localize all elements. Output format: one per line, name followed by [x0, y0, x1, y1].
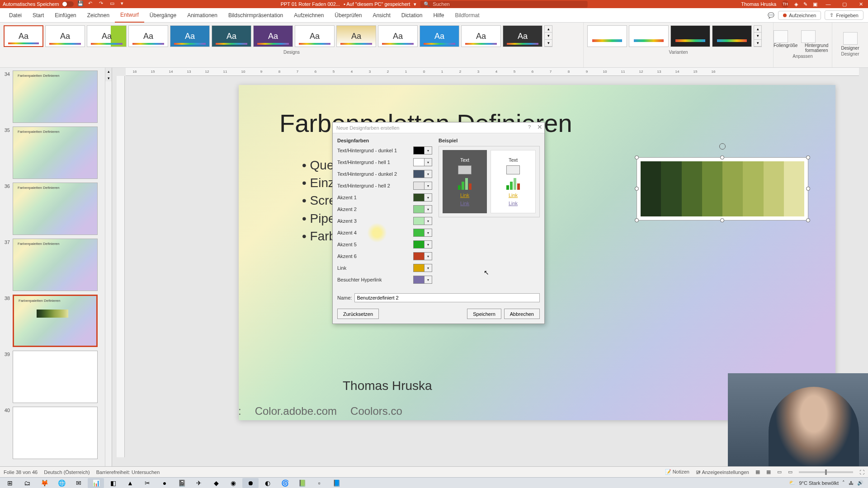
accessibility-indicator[interactable]: Barrierefreiheit: Untersuchen	[96, 469, 160, 475]
recording-icon[interactable]: ⏺	[242, 478, 259, 488]
thumbnail-image[interactable]: Farbenpaletten Definieren	[13, 70, 98, 123]
thumbnail-item[interactable]: 40	[2, 407, 110, 459]
display-settings-button[interactable]: 🖳 Anzeigeeinstellungen	[696, 469, 749, 475]
tab-bildschirmpraesentation[interactable]: Bildschirmpräsentation	[223, 8, 288, 23]
tab-uebergaenge[interactable]: Übergänge	[144, 8, 182, 23]
excel-icon[interactable]: 📗	[294, 478, 310, 488]
obs-icon[interactable]: ◉	[225, 478, 241, 488]
scroll-up-icon[interactable]: ▴	[105, 68, 112, 75]
resize-handle[interactable]	[720, 218, 724, 222]
thumbnail-item[interactable]: 37Farbenpaletten Definieren	[2, 239, 110, 291]
color-picker-button[interactable]: ▾	[413, 240, 432, 249]
telegram-icon[interactable]: ✈	[191, 478, 207, 488]
color-picker-button[interactable]: ▾	[413, 264, 432, 272]
thumbnail-item[interactable]: 39	[2, 351, 110, 403]
thumbnail-item[interactable]: 35Farbenpaletten Definieren	[2, 127, 110, 179]
tab-zeichnen[interactable]: Zeichnen	[82, 8, 115, 23]
tab-ueberpruefen[interactable]: Überprüfen	[329, 8, 367, 23]
format-background-icon[interactable]	[801, 30, 816, 43]
powerpoint-icon[interactable]: 📊	[88, 478, 104, 488]
firefox-icon[interactable]: 🦊	[36, 478, 52, 488]
app-icon[interactable]: ◐	[259, 478, 276, 488]
gallery-more-button[interactable]: ▴▾▾	[544, 25, 552, 47]
scroll-down-icon[interactable]: ▾	[105, 75, 112, 81]
theme-thumb[interactable]: Aa	[295, 25, 335, 47]
theme-thumb[interactable]: Aa	[170, 25, 210, 47]
window-icon[interactable]: ▣	[813, 1, 817, 7]
record-button[interactable]: Aufzeichnen	[778, 11, 821, 20]
user-name[interactable]: Thomas Hruska	[741, 1, 776, 7]
variant-thumb[interactable]	[712, 25, 752, 47]
color-picker-button[interactable]: ▾	[413, 170, 432, 178]
name-input[interactable]	[354, 293, 540, 302]
slide-websites[interactable]: Webseiten: Color.adobe.com Coolors.co	[239, 402, 405, 420]
save-icon[interactable]: 💾	[77, 0, 85, 8]
search-input[interactable]: 🔍 Suchen	[420, 1, 587, 8]
tab-entwurf[interactable]: Entwurf	[115, 8, 144, 23]
theme-thumb[interactable]: Aa	[378, 25, 418, 47]
variant-thumb[interactable]	[587, 25, 627, 47]
resize-handle[interactable]	[635, 187, 639, 191]
tab-bildformat[interactable]: Bildformat	[449, 8, 485, 23]
fit-to-window-icon[interactable]: ⛶	[859, 469, 864, 475]
resize-handle[interactable]	[635, 218, 639, 222]
thumbnail-image[interactable]: Farbenpaletten Definieren	[13, 295, 98, 347]
onenote-icon[interactable]: 📓	[174, 478, 190, 488]
tray-chevron-icon[interactable]: ˄	[842, 480, 845, 486]
autosave-toggle[interactable]: Automatisches Speichern	[3, 1, 74, 7]
pen-icon[interactable]: ✎	[803, 1, 807, 7]
theme-thumb[interactable]: Aa	[87, 25, 127, 47]
slide-author[interactable]: Thomas Hruska	[343, 379, 432, 393]
theme-thumb[interactable]: Aa	[420, 25, 459, 47]
explorer-icon[interactable]: 🗂	[19, 478, 35, 488]
diamond-icon[interactable]: ◈	[794, 1, 798, 7]
tab-dictation[interactable]: Dictation	[396, 8, 428, 23]
resize-handle[interactable]	[806, 155, 810, 160]
thumbnail-scrollbar[interactable]: ▴ ▾	[105, 68, 112, 466]
designer-icon[interactable]	[843, 32, 858, 45]
color-picker-button[interactable]: ▾	[413, 182, 432, 190]
toggle-switch[interactable]	[62, 1, 74, 7]
notes-button[interactable]: 📝 Notizen	[665, 469, 689, 475]
thumbnail-item[interactable]: 34Farbenpaletten Definieren	[2, 70, 110, 123]
resize-handle[interactable]	[806, 218, 810, 222]
rotate-handle[interactable]	[719, 143, 726, 150]
theme-thumb[interactable]: Aa	[4, 25, 43, 47]
slide-indicator[interactable]: Folie 38 von 46	[4, 469, 38, 475]
color-picker-button[interactable]: ▾	[413, 205, 432, 213]
tab-ansicht[interactable]: Ansicht	[367, 8, 396, 23]
cancel-button[interactable]: Abbrechen	[504, 309, 540, 319]
app-icon[interactable]: ▫	[311, 478, 327, 488]
outlook-icon[interactable]: ✉	[71, 478, 87, 488]
save-button[interactable]: Speichern	[467, 309, 501, 319]
reading-view-icon[interactable]: ▭	[777, 469, 782, 475]
tab-start[interactable]: Start	[27, 8, 49, 23]
tab-aufzeichnen[interactable]: Aufzeichnen	[288, 8, 329, 23]
app-icon[interactable]: ◧	[105, 478, 121, 488]
slideshow-view-icon[interactable]: ▭	[788, 469, 793, 475]
app-icon[interactable]: ◆	[208, 478, 224, 488]
app-icon[interactable]: ●	[156, 478, 173, 488]
start-from-beginning-icon[interactable]: ▭	[110, 0, 117, 8]
variant-thumb[interactable]	[670, 25, 710, 47]
undo-icon[interactable]: ↶	[88, 0, 95, 8]
theme-thumb[interactable]: Aa	[212, 25, 251, 47]
slide-size-icon[interactable]	[774, 30, 788, 43]
thumbnail-image[interactable]: Farbenpaletten Definieren	[13, 239, 98, 291]
tab-einfuegen[interactable]: Einfügen	[49, 8, 81, 23]
vlc-icon[interactable]: ▲	[122, 478, 138, 488]
system-tray[interactable]: ⛅ 9°C Stark bewölkt ˄ 🖧 🔊	[789, 480, 866, 486]
tab-hilfe[interactable]: Hilfe	[428, 8, 449, 23]
selected-image[interactable]	[637, 157, 808, 221]
chevron-down-icon[interactable]: ▾	[414, 1, 416, 7]
language-indicator[interactable]: Deutsch (Österreich)	[44, 469, 90, 475]
theme-thumb[interactable]: Aa	[253, 25, 293, 47]
sorter-view-icon[interactable]: ▦	[766, 469, 771, 475]
color-picker-button[interactable]: ▾	[413, 146, 432, 155]
resize-handle[interactable]	[720, 155, 724, 160]
resize-handle[interactable]	[806, 187, 810, 191]
color-picker-button[interactable]: ▾	[413, 193, 432, 202]
normal-view-icon[interactable]: ▦	[755, 469, 760, 475]
theme-thumb[interactable]: Aa	[128, 25, 168, 47]
chrome-icon[interactable]: 🌐	[53, 478, 70, 488]
